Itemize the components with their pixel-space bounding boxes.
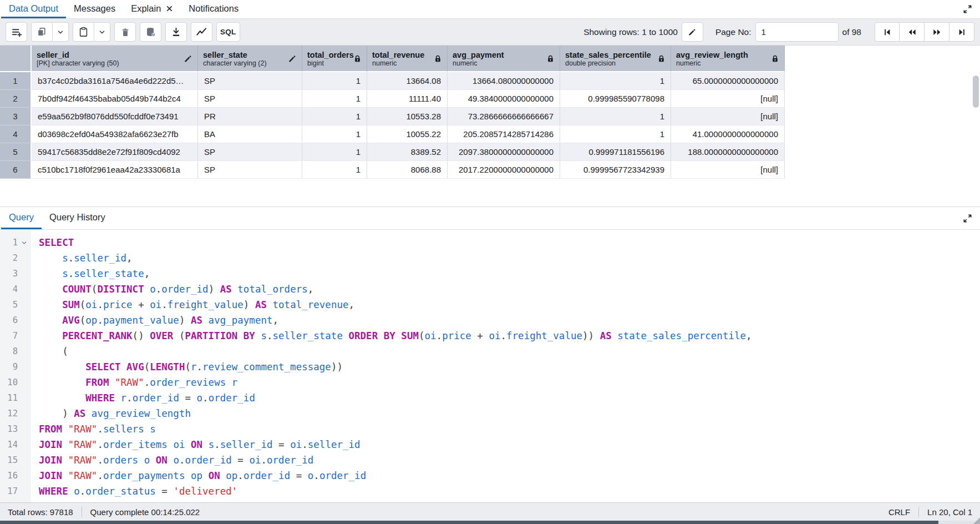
code-line[interactable]: 10 FROM "RAW".order_reviews r [0,375,980,390]
cell[interactable]: [null] [671,108,785,125]
cell[interactable]: 49.3840000000000000 [448,90,560,108]
tab-query-history[interactable]: Query History [42,207,113,229]
cell[interactable]: 2097.3800000000000000 [448,143,560,161]
code-line[interactable]: 8 ( [0,344,980,359]
row-number[interactable]: 5 [0,143,32,161]
tab-explain[interactable]: Explain [123,0,181,18]
column-header-avg_payment[interactable]: avg_paymentnumeric [448,46,560,72]
grid-scrollbar-thumb[interactable] [973,75,979,108]
horizontal-scrollbar[interactable] [0,521,980,524]
sql-editor[interactable]: 1SELECT2 s.seller_id,3 s.seller_state,4 … [0,230,980,502]
cell[interactable]: 59417c56835dd8e2e72f91f809cd4092 [32,143,198,161]
row-number[interactable]: 3 [0,108,32,125]
cell[interactable]: 1 [560,125,671,143]
expand-data-output-button[interactable] [958,0,977,18]
code-line[interactable]: 11 WHERE r.order_id = o.order_id [0,390,980,406]
cell[interactable]: 7b0df942f46435babab05d49b744b2c4 [32,90,198,108]
cell[interactable]: 10553.28 [367,108,448,125]
cell[interactable]: 41.0000000000000000 [671,125,785,143]
save-data-button[interactable] [140,22,161,42]
tab-query[interactable]: Query [1,207,42,229]
cell[interactable]: 8389.52 [367,143,448,161]
code-line[interactable]: 12 ) AS avg_review_length [0,406,980,421]
cell[interactable]: 1 [302,108,367,125]
code-line[interactable]: 13FROM "RAW".sellers s [0,421,980,437]
cell[interactable]: 1 [560,72,671,90]
code-line[interactable]: 4 COUNT(DISTINCT o.order_id) AS total_or… [0,281,980,297]
page-number-input[interactable] [755,22,839,42]
last-page-button[interactable] [949,22,974,42]
cell[interactable]: 8068.88 [367,161,448,179]
cell[interactable]: d03698c2efd04a549382afa6623e27fb [32,125,198,143]
cell[interactable]: [null] [671,161,785,179]
copy-options-button[interactable] [53,22,69,42]
cell[interactable]: PR [198,108,302,125]
cell[interactable]: 65.0000000000000000 [671,72,785,90]
horizontal-scrollbar-thumb[interactable] [0,521,938,524]
expand-query-button[interactable] [958,207,977,229]
cell[interactable]: 1 [302,125,367,143]
cell[interactable]: 1 [302,72,367,90]
cell[interactable]: 1 [302,143,367,161]
column-header-seller_id[interactable]: seller_id[PK] character varying (50) [32,46,198,72]
cell[interactable]: 73.2866666666666667 [448,108,560,125]
cell[interactable]: 205.2085714285714286 [448,125,560,143]
tab-data-output[interactable]: Data Output [1,0,66,18]
code-line[interactable]: 2 s.seller_id, [0,250,980,266]
first-page-button[interactable] [875,22,900,42]
resize-grip[interactable] [973,517,980,524]
row-number[interactable]: 2 [0,90,32,108]
column-header-avg_review_length[interactable]: avg_review_lengthnumeric [671,46,785,72]
row-number-header[interactable] [0,46,32,72]
download-results-button[interactable] [165,22,187,42]
cell[interactable]: 11111.40 [367,90,448,108]
delete-row-button[interactable] [114,22,136,42]
copy-button[interactable] [31,22,53,42]
cell[interactable]: 2017.2200000000000000 [448,161,560,179]
code-line[interactable]: 17WHERE o.order_status = 'delivered' [0,483,980,499]
cell[interactable]: SP [198,72,302,90]
code-line[interactable]: 7 PERCENT_RANK() OVER (PARTITION BY s.se… [0,328,980,344]
code-line[interactable]: 14JOIN "RAW".order_items oi ON s.seller_… [0,437,980,452]
cell[interactable]: 0.999971181556196 [560,143,671,161]
cell[interactable]: 1 [302,161,367,179]
cell[interactable]: 13664.080000000000 [448,72,560,90]
code-line[interactable]: 6 AVG(op.payment_value) AS avg_payment, [0,313,980,328]
cell[interactable]: 0.999985590778098 [560,90,671,108]
cell[interactable]: SP [198,143,302,161]
cell[interactable]: 10055.22 [367,125,448,143]
column-header-seller_state[interactable]: seller_statecharacter varying (2) [198,46,302,72]
cell[interactable]: 0.9999567723342939 [560,161,671,179]
previous-page-button[interactable] [900,22,925,42]
edit-row-limit-button[interactable] [682,22,703,42]
tab-notifications[interactable]: Notifications [181,0,246,18]
code-line[interactable]: 16JOIN "RAW".order_payments op ON op.ord… [0,468,980,483]
cell[interactable]: [null] [671,90,785,108]
row-number[interactable]: 1 [0,72,32,90]
grid-scrollbar[interactable] [972,73,979,204]
code-line[interactable]: 1SELECT [0,235,980,250]
close-icon[interactable] [166,5,173,12]
cell[interactable]: BA [198,125,302,143]
tab-messages[interactable]: Messages [66,0,123,18]
add-row-button[interactable] [6,22,27,42]
cell[interactable]: b37c4c02bda3161a7546a4e6d222d5… [32,72,198,90]
column-header-total_revenue[interactable]: total_revenuenumeric [367,46,448,72]
code-line[interactable]: 5 SUM(oi.price + oi.freight_value) AS to… [0,297,980,313]
code-line[interactable]: 9 SELECT AVG(LENGTH(r.review_comment_mes… [0,359,980,375]
column-header-state_sales_percentile[interactable]: state_sales_percentiledouble precision [560,46,671,72]
cell[interactable]: 1 [560,108,671,125]
cell[interactable]: c510bc1718f0f2961eaa42a23330681a [32,161,198,179]
paste-button[interactable] [73,22,94,42]
cell[interactable]: e59aa562b9f8076dd550fcddf0e73491 [32,108,198,125]
cell[interactable]: 188.0000000000000000 [671,143,785,161]
row-number[interactable]: 4 [0,125,32,143]
graph-visualiser-button[interactable] [191,22,212,42]
next-page-button[interactable] [925,22,949,42]
paste-options-button[interactable] [94,22,110,42]
code-line[interactable]: 3 s.seller_state, [0,266,980,281]
row-number[interactable]: 6 [0,161,32,179]
cell[interactable]: 13664.08 [367,72,448,90]
cell[interactable]: 1 [302,90,367,108]
column-header-total_orders[interactable]: total_ordersbigint [302,46,367,72]
